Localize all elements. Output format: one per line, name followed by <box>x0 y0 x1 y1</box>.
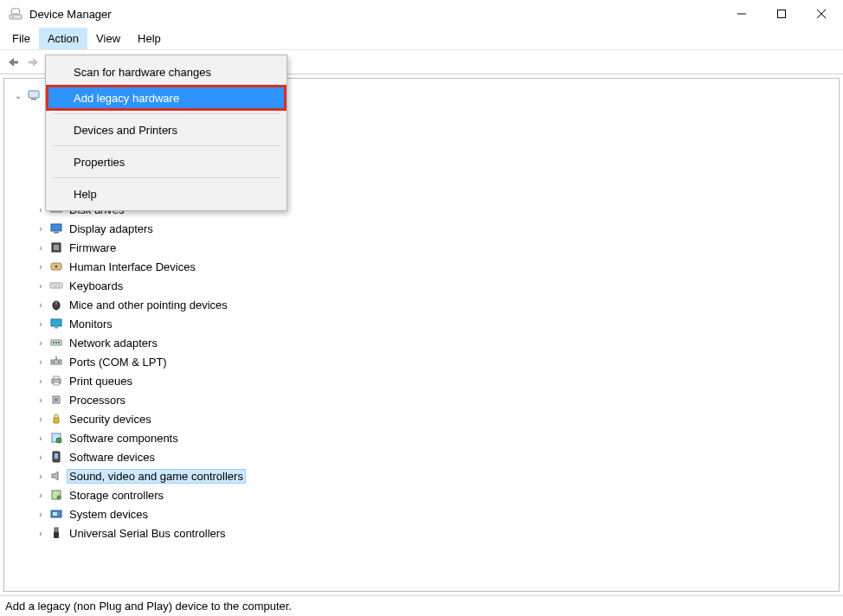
menu-view[interactable]: View <box>87 28 129 49</box>
expander-icon[interactable]: › <box>35 395 46 405</box>
menu-file[interactable]: File <box>3 28 39 49</box>
tree-item[interactable]: ›Keyboards <box>13 276 832 295</box>
svg-rect-36 <box>54 382 59 385</box>
expander-icon[interactable]: › <box>35 318 46 329</box>
menu-devices-and-printers[interactable]: Devices and Printers <box>48 117 285 143</box>
svg-rect-29 <box>55 342 57 343</box>
maximize-button[interactable] <box>762 1 801 27</box>
svg-rect-39 <box>54 418 59 423</box>
svg-rect-15 <box>54 232 59 234</box>
tree-item[interactable]: ›Firmware <box>13 238 832 257</box>
tree-item[interactable]: ›Print queues <box>13 371 832 390</box>
expander-icon[interactable]: ⌄ <box>13 90 23 100</box>
expander-icon[interactable]: › <box>35 471 46 481</box>
svg-rect-47 <box>53 512 57 516</box>
svg-rect-28 <box>53 342 55 343</box>
system-icon <box>49 507 63 521</box>
hid-icon <box>49 260 63 273</box>
menu-action[interactable]: Action <box>39 28 87 49</box>
menu-scan-hardware[interactable]: Scan for hardware changes <box>48 59 285 85</box>
svg-rect-14 <box>51 224 61 231</box>
svg-rect-31 <box>51 360 61 364</box>
tree-item[interactable]: ›System devices <box>13 504 832 523</box>
tree-item[interactable]: ›Monitors <box>13 314 832 333</box>
tree-item[interactable]: ›Security devices <box>13 409 832 428</box>
status-text: Add a legacy (non Plug and Play) device … <box>5 600 292 613</box>
toolbar-forward-button[interactable] <box>24 53 43 72</box>
sound-icon <box>49 469 63 483</box>
tree-item-label: Ports (COM & LPT) <box>67 355 170 369</box>
tree-item[interactable]: ›Sound, video and game controllers <box>13 466 832 485</box>
svg-point-33 <box>58 362 60 363</box>
menu-help[interactable]: Help <box>129 28 170 49</box>
svg-rect-7 <box>13 61 18 63</box>
expander-icon[interactable]: › <box>35 490 46 500</box>
tree-item[interactable]: ›Display adapters <box>13 219 832 238</box>
tree-item-label: Human Interface Devices <box>67 260 198 274</box>
minimize-button[interactable] <box>722 1 762 27</box>
close-button[interactable] <box>801 1 841 27</box>
tree-item-label: Processors <box>67 393 128 407</box>
menu-properties[interactable]: Properties <box>48 149 285 175</box>
tree-item[interactable]: ›Human Interface Devices <box>13 257 832 276</box>
menu-separator <box>53 177 280 178</box>
menu-add-legacy-hardware[interactable]: Add legacy hardware <box>48 85 285 111</box>
tree-item-label: Storage controllers <box>67 488 166 503</box>
expander-icon[interactable]: › <box>35 223 46 234</box>
tree-item-label: Keyboards <box>67 279 125 293</box>
expander-icon[interactable]: › <box>35 528 46 538</box>
expander-icon[interactable]: › <box>35 337 46 348</box>
tree-item-label: Software devices <box>67 450 158 465</box>
expander-icon[interactable]: › <box>35 242 46 253</box>
expander-icon[interactable]: › <box>35 299 46 310</box>
tree-item-label: Mice and other pointing devices <box>67 298 230 312</box>
display-icon <box>49 221 63 235</box>
expander-icon[interactable]: › <box>35 452 46 462</box>
svg-rect-11 <box>31 99 36 100</box>
computer-icon <box>27 88 41 102</box>
tree-item-label: Print queues <box>67 374 135 388</box>
window-title: Device Manager <box>29 8 112 21</box>
tree-item[interactable]: ›Universal Serial Bus controllers <box>13 523 832 542</box>
svg-rect-8 <box>29 61 34 63</box>
expander-icon[interactable]: › <box>35 261 46 272</box>
expander-icon[interactable]: › <box>35 414 46 424</box>
svg-point-45 <box>57 496 61 500</box>
expander-icon[interactable]: › <box>35 356 46 367</box>
tree-item[interactable]: ›Mice and other pointing devices <box>13 295 832 314</box>
expander-icon[interactable]: › <box>35 375 46 386</box>
svg-point-41 <box>56 438 61 443</box>
tree-item-label: Security devices <box>67 412 154 427</box>
svg-rect-10 <box>29 91 39 98</box>
tree-item[interactable]: ›Software devices <box>13 447 832 466</box>
tree-item[interactable]: ›Software components <box>13 428 832 447</box>
svg-rect-20 <box>50 283 62 288</box>
toolbar-back-button[interactable] <box>3 53 23 72</box>
svg-rect-26 <box>55 327 58 329</box>
expander-icon[interactable]: › <box>35 280 46 291</box>
svg-rect-43 <box>55 453 58 459</box>
svg-rect-17 <box>54 245 59 250</box>
expander-icon[interactable]: › <box>35 509 46 519</box>
tree-item[interactable]: ›Network adapters <box>13 333 832 352</box>
tree-item-label: Sound, video and game controllers <box>67 469 246 484</box>
tree-item[interactable]: ›Storage controllers <box>13 485 832 504</box>
app-icon <box>9 7 23 21</box>
menu-separator <box>53 145 280 146</box>
swdev-icon <box>49 450 63 464</box>
monitor-icon <box>49 317 63 330</box>
status-bar: Add a legacy (non Plug and Play) device … <box>0 595 843 616</box>
tree-item[interactable]: ›Processors <box>13 390 832 409</box>
svg-rect-30 <box>58 342 60 343</box>
storage-icon <box>49 488 63 502</box>
action-dropdown: Scan for hardware changes Add legacy har… <box>45 55 287 211</box>
svg-rect-35 <box>54 376 59 379</box>
menu-help[interactable]: Help <box>48 181 285 207</box>
swcomp-icon <box>49 431 63 445</box>
tree-item[interactable]: ›Ports (COM & LPT) <box>13 352 832 371</box>
expander-icon[interactable]: › <box>35 433 46 443</box>
svg-point-32 <box>53 362 55 363</box>
tree-item-label: Software components <box>67 431 181 446</box>
svg-point-2 <box>12 16 14 18</box>
svg-rect-38 <box>55 398 58 401</box>
